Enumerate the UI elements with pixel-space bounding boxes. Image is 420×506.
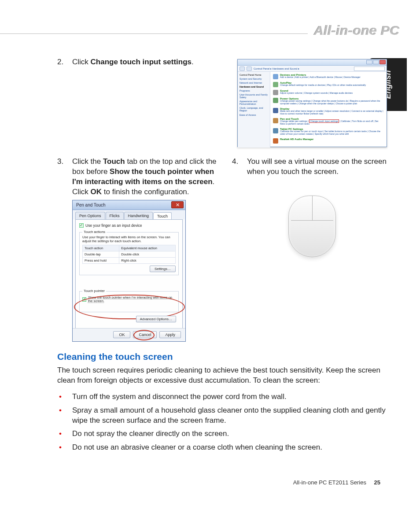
- checkbox-show-pointer[interactable]: Show the touch pointer when I'm interact…: [82, 296, 176, 303]
- tab-pen-options[interactable]: Pen Options: [75, 212, 105, 219]
- checkbox-icon: [82, 297, 86, 302]
- list-item: Do not use an abrasive cleaner or a coar…: [57, 443, 392, 453]
- dialog-pane: Use your finger as an input device Touch…: [75, 219, 183, 332]
- page-title: All-in-one PC: [308, 23, 400, 38]
- sound-icon: [273, 90, 278, 95]
- dialog-titlebar: Pen and Touch ✕: [73, 200, 185, 210]
- highlighted-link: Change touch input settings: [309, 119, 339, 123]
- table-row[interactable]: Double-tapDouble-click: [83, 251, 176, 257]
- power-icon: [273, 98, 278, 103]
- step-number: 2.: [57, 57, 72, 67]
- category-links[interactable]: Change power-saving settings | Change wh…: [280, 100, 384, 105]
- table-header: Touch action: [83, 245, 119, 251]
- maximize-button[interactable]: [373, 60, 379, 64]
- tab-touch[interactable]: Touch: [153, 212, 172, 220]
- sidebar-item[interactable]: Ease of Access: [239, 114, 268, 116]
- checkbox-label: Use your finger as an input device: [85, 223, 142, 228]
- category-title[interactable]: Realtek HD Audio Manager: [280, 138, 313, 140]
- step-3: 3. Click the Touch tab on the top and cl…: [57, 157, 217, 197]
- checkbox-label: Show the touch pointer when I'm interact…: [88, 296, 176, 303]
- tablet-pc-icon: [273, 128, 278, 133]
- sidebar-item[interactable]: System and Security: [239, 78, 268, 80]
- cancel-button[interactable]: Cancel: [133, 331, 157, 338]
- step-4: 4. You will see a virtual mouse on the s…: [232, 157, 392, 177]
- category-links[interactable]: Make text and other items larger or smal…: [280, 110, 384, 115]
- section-heading-cleaning: Cleaning the touch screen: [57, 351, 392, 362]
- category-links[interactable]: Change default settings for media or dev…: [280, 84, 366, 87]
- window-titlebar: [238, 59, 387, 66]
- tab-handwriting[interactable]: Handwriting: [124, 212, 153, 219]
- settings-button[interactable]: Settings…: [150, 266, 176, 272]
- list-item: Turn off the system and disconnect the p…: [57, 392, 392, 402]
- table-header: Equivalent mouse action: [119, 245, 176, 251]
- category-links[interactable]: Calibrate the screen for pen or touch in…: [280, 130, 384, 136]
- checkbox-icon: [79, 223, 84, 228]
- close-button[interactable]: [379, 60, 386, 64]
- sidebar-item[interactable]: Appearance and Personalization: [239, 100, 268, 105]
- autoplay-icon: [273, 82, 278, 87]
- address-bar: Control Panel ▸ Hardware and Sound ▸: [238, 66, 387, 72]
- sidebar-item-active[interactable]: Hardware and Sound: [239, 85, 268, 88]
- realtek-icon: [273, 138, 278, 144]
- pen-touch-icon: [273, 118, 278, 123]
- dialog-tabs: Pen Options Flicks Handwriting Touch: [73, 210, 185, 219]
- advanced-options-button[interactable]: Advanced Options…: [136, 316, 176, 322]
- list-item: Do not spray the cleaner directly on the…: [57, 429, 392, 439]
- dialog-title: Pen and Touch: [76, 203, 106, 207]
- search-input[interactable]: [354, 66, 385, 71]
- touch-actions-table: Touch actionEquivalent mouse action Doub…: [82, 245, 176, 264]
- step-text: Click the Touch tab on the top and click…: [72, 157, 217, 197]
- page-footer: All-in-one PC ET2011 Series 25: [293, 479, 380, 486]
- cleaning-bullet-list: Turn off the system and disconnect the p…: [57, 392, 392, 453]
- step-text: Click Change touch input settings.: [72, 57, 217, 67]
- control-panel-main: Devices and PrintersAdd a device | Add a…: [270, 72, 387, 148]
- step-text: You will see a virtual mouse on the scre…: [247, 157, 392, 177]
- category-links[interactable]: Adjust system volume | Change system sou…: [280, 92, 353, 95]
- dialog-footer: OK Cancel Apply: [73, 328, 185, 341]
- minimize-button[interactable]: [366, 60, 372, 64]
- step-number: 4.: [232, 157, 247, 177]
- checkbox-finger-input[interactable]: Use your finger as an input device: [79, 223, 179, 228]
- group-legend: Touch pointer: [82, 289, 106, 293]
- page-number: 25: [374, 479, 380, 486]
- ok-button[interactable]: OK: [113, 331, 130, 338]
- sidebar-item[interactable]: Programs: [239, 89, 268, 92]
- sidebar-item[interactable]: User Accounts and Family Safety: [239, 93, 268, 99]
- breadcrumb[interactable]: Control Panel ▸ Hardware and Sound ▸: [254, 67, 299, 70]
- step-2: 2. Click Change touch input settings.: [57, 57, 217, 67]
- display-icon: [273, 108, 278, 113]
- footer-model: All-in-one PC ET2011 Series: [293, 479, 366, 486]
- sidebar-heading: Control Panel Home: [239, 74, 268, 76]
- step-number: 3.: [57, 157, 72, 197]
- tab-flicks[interactable]: Flicks: [106, 212, 124, 219]
- virtual-mouse-image: [288, 196, 336, 257]
- apply-button[interactable]: Apply: [159, 331, 181, 338]
- pen-touch-dialog: Pen and Touch ✕ Pen Options Flicks Handw…: [72, 200, 186, 342]
- group-description: Use your finger to interact with items o…: [82, 235, 176, 243]
- touch-actions-group: Touch actions Use your finger to interac…: [79, 232, 179, 275]
- control-panel-screenshot: Control Panel ▸ Hardware and Sound ▸ Con…: [237, 59, 387, 147]
- devices-icon: [273, 74, 278, 79]
- close-button[interactable]: ✕: [171, 201, 184, 208]
- control-panel-sidebar: Control Panel Home System and Security N…: [238, 72, 270, 148]
- category-links[interactable]: Change tablet pen settings | Change touc…: [280, 120, 384, 126]
- section-intro: The touch screen requires periodic clean…: [57, 366, 392, 386]
- list-item: Spray a small amount of a household glas…: [57, 406, 392, 426]
- touch-pointer-group: Touch pointer Show the touch pointer whe…: [79, 291, 179, 312]
- category-links[interactable]: Add a device | Add a printer | Add a Blu…: [280, 76, 361, 79]
- table-row[interactable]: Press and holdRight-click: [83, 257, 176, 263]
- forward-button[interactable]: [247, 66, 252, 71]
- sidebar-item[interactable]: Clock, Language, and Region: [239, 107, 268, 112]
- sidebar-item[interactable]: Network and Internet: [239, 81, 268, 84]
- group-legend: Touch actions: [82, 230, 107, 234]
- back-button[interactable]: [239, 66, 245, 71]
